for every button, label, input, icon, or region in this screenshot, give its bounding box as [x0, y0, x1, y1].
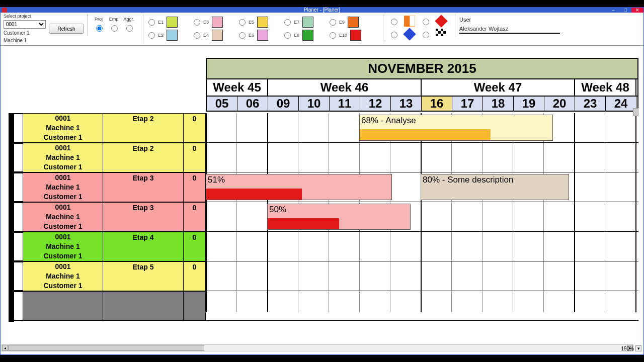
row-handle[interactable] [9, 202, 23, 232]
gantt-row: 0001Machine 1Customer 1 Etap 2 0 [9, 143, 638, 172]
radio-aggr[interactable] [126, 25, 133, 32]
window-title: Planer - [Planer] [1, 8, 643, 13]
project-select[interactable]: 0001 [4, 20, 46, 29]
row-gantt-track[interactable]: 50% [206, 202, 638, 232]
week-header: Week 47 [422, 79, 575, 96]
row-etap-cell: Etap 3 [103, 202, 184, 232]
row-project-cell: 0001Machine 1Customer 1 [23, 143, 103, 172]
radio-emp[interactable] [111, 25, 118, 32]
row-project-cell [23, 291, 103, 321]
row-handle[interactable] [9, 113, 23, 143]
extra-radio-3[interactable] [391, 32, 397, 38]
zoom-value: 190% [621, 346, 634, 351]
row-gantt-track[interactable]: 51% 80% - Some description [206, 172, 638, 202]
etap-radio-E8[interactable] [284, 32, 291, 39]
gantt-row: 0001Machine 1Customer 1 Etap 3 0 50% [9, 202, 638, 232]
etap-legend: E1 E3 E5 E7 E9 E2 E4 E6 E8 E10 [143, 14, 380, 44]
minimize-button[interactable]: – [607, 8, 619, 13]
row-gantt-track[interactable] [206, 291, 638, 321]
etap-radio-E4[interactable] [194, 32, 200, 39]
row-handle[interactable] [9, 261, 23, 291]
row-zero-cell: 0 [184, 113, 206, 143]
day-header: 16 [422, 97, 452, 111]
row-project-cell: 0001Machine 1Customer 1 [23, 172, 103, 202]
row-gantt-track[interactable] [206, 261, 638, 291]
etap-label-E5: E5 [249, 20, 254, 25]
row-handle[interactable] [9, 143, 23, 172]
pie-icon [404, 16, 415, 27]
etap-radio-E1[interactable] [148, 19, 155, 26]
view-radio-group: Proj Emp Aggr. [87, 14, 140, 36]
row-gantt-track[interactable]: 68% - Analyse [206, 113, 638, 143]
bar-label: 51% [208, 175, 225, 185]
gantt-bar[interactable]: 51% [206, 174, 392, 200]
vertical-scrollbar[interactable] [633, 108, 638, 116]
extra-radio-4[interactable] [423, 32, 429, 38]
etap-radio-E9[interactable] [330, 19, 336, 26]
radio-head-aggr: Aggr. [123, 17, 135, 22]
row-etap-cell: Etap 2 [103, 113, 184, 143]
etap-swatch-E3 [212, 17, 223, 28]
bar-label: 50% [269, 205, 286, 215]
zoom-out-button[interactable]: ▾ [635, 345, 641, 351]
etap-radio-E6[interactable] [239, 32, 246, 39]
etap-swatch-E5 [257, 17, 268, 28]
close-button[interactable]: ✕ [631, 8, 643, 13]
gantt-row [9, 291, 638, 321]
row-etap-cell [103, 291, 184, 321]
flag-icon [436, 29, 447, 40]
row-gantt-track[interactable] [206, 143, 638, 172]
gantt-bar[interactable]: 80% - Some description [421, 174, 569, 200]
row-handle[interactable] [9, 172, 23, 202]
day-header: 24 [606, 97, 636, 111]
gantt-row: 0001Machine 1Customer 1 Etap 3 0 51% 80%… [9, 172, 638, 202]
month-label: NOVEMBER 2015 [207, 59, 637, 79]
svg-rect-8 [441, 34, 443, 36]
row-handle[interactable] [9, 232, 23, 261]
diamond-red-icon [436, 16, 447, 27]
etap-radio-E2[interactable] [148, 32, 155, 39]
etap-radio-E5[interactable] [239, 19, 246, 26]
svg-rect-0 [404, 16, 410, 27]
row-handle[interactable] [9, 291, 23, 321]
diamond-blue-icon [404, 29, 415, 40]
etap-radio-E10[interactable] [330, 32, 336, 39]
user-label: User [459, 17, 560, 23]
etap-label-E2: E2 [158, 33, 164, 38]
etap-radio-E3[interactable] [194, 19, 200, 26]
maximize-button[interactable]: □ [619, 8, 631, 13]
etap-swatch-E1 [167, 17, 178, 28]
week-header: Week 46 [268, 79, 422, 96]
refresh-button[interactable]: Refresh [49, 24, 84, 34]
etap-label-E7: E7 [294, 20, 299, 25]
machine-label: Machine 1 [4, 38, 46, 44]
gantt-bar[interactable]: 50% [267, 204, 411, 230]
gantt-area: NOVEMBER 2015 Week 45Week 46Week 47Week … [3, 58, 638, 342]
customer-label: Customer 1 [4, 30, 46, 36]
week-header: Week 45 [207, 79, 268, 96]
scrollbar-thumb[interactable] [8, 345, 204, 351]
horizontal-scrollbar[interactable]: ◂ ▸ [2, 344, 633, 351]
extra-radio-2[interactable] [423, 19, 429, 25]
etap-label-E10: E10 [339, 33, 347, 38]
row-gantt-track[interactable] [206, 232, 638, 261]
extra-radio-1[interactable] [391, 19, 397, 25]
radio-proj[interactable] [96, 25, 103, 32]
etap-swatch-E9 [348, 17, 359, 28]
etap-swatch-E4 [212, 30, 223, 41]
gantt-row: 0001Machine 1Customer 1 Etap 5 0 [9, 261, 638, 291]
scroll-left-button[interactable]: ◂ [2, 345, 8, 351]
extras [383, 14, 452, 42]
gantt-row: 0001Machine 1Customer 1 Etap 2 0 68% - A… [9, 113, 638, 143]
row-etap-cell: Etap 4 [103, 232, 184, 261]
svg-rect-6 [443, 31, 446, 34]
titlebar[interactable]: Planer - [Planer] – □ ✕ [1, 8, 643, 13]
etap-radio-E7[interactable] [284, 19, 291, 26]
day-header: 18 [483, 97, 514, 111]
etap-label-E9: E9 [339, 20, 345, 25]
row-zero-cell [184, 291, 206, 321]
svg-rect-7 [436, 34, 438, 36]
user-name: Aleksander Wojtasz [459, 26, 560, 34]
etap-swatch-E6 [257, 30, 268, 41]
gantt-bar[interactable]: 68% - Analyse [359, 115, 553, 141]
